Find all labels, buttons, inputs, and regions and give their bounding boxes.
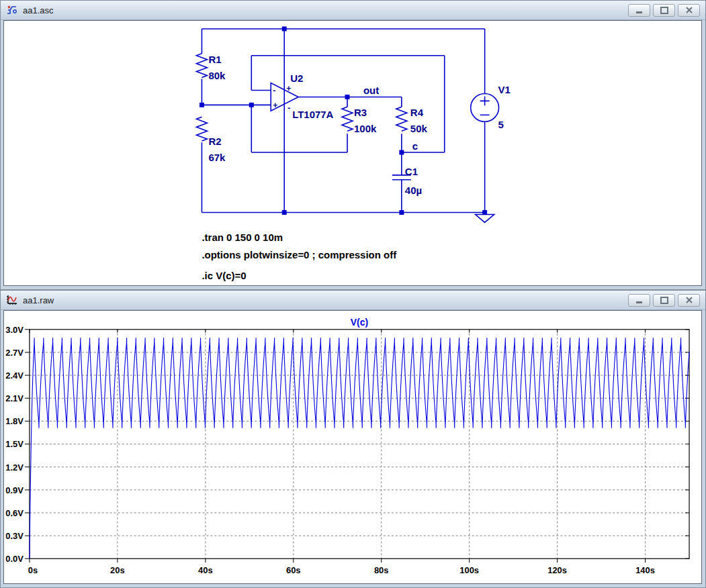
schematic-window: aa1.asc <box>0 0 706 290</box>
noninverting-input-mark: + <box>273 101 277 110</box>
resistor-R2[interactable]: R2 67k <box>196 117 226 163</box>
schematic-titlebar[interactable]: aa1.asc <box>1 1 705 20</box>
svg-text:140s: 140s <box>635 565 655 575</box>
waveform-titlebar[interactable]: aa1.raw <box>1 291 705 310</box>
schematic-drawing: R1 80k R2 67k R3 100k R4 50k <box>4 21 701 285</box>
svg-text:3.0V: 3.0V <box>5 325 24 335</box>
restore-button[interactable] <box>653 4 675 17</box>
net-label-out[interactable]: out <box>363 85 379 96</box>
ltspice-workspace: aa1.asc <box>0 0 706 588</box>
component-ref[interactable]: R4 <box>410 107 424 118</box>
wires[interactable] <box>202 29 484 213</box>
component-value[interactable]: 67k <box>208 152 226 163</box>
svg-text:60s: 60s <box>286 565 301 575</box>
close-icon <box>686 7 693 13</box>
svg-text:0.6V: 0.6V <box>5 508 24 518</box>
svg-text:0.3V: 0.3V <box>5 531 24 541</box>
minimize-icon <box>636 11 642 13</box>
component-value[interactable]: LT1077A <box>292 109 333 120</box>
schematic-file-icon <box>6 4 18 16</box>
waveform-window: aa1.raw V(c) 0s20s40s60s80s100s120s140s0… <box>0 290 706 588</box>
component-ref[interactable]: C1 <box>405 166 418 177</box>
restore-button[interactable] <box>653 294 675 307</box>
svg-text:1.5V: 1.5V <box>5 440 24 450</box>
inverting-input-mark: - <box>273 86 275 95</box>
svg-text:0.0V: 0.0V <box>5 554 24 564</box>
svg-text:2.7V: 2.7V <box>5 348 24 358</box>
capacitor-C1[interactable]: C1 40µ <box>392 166 422 196</box>
close-button[interactable] <box>678 4 700 17</box>
minimize-icon <box>636 301 642 303</box>
component-ref[interactable]: R3 <box>354 107 367 118</box>
junctions <box>200 26 487 215</box>
component-value[interactable]: 80k <box>208 70 226 81</box>
schematic-canvas[interactable]: R1 80k R2 67k R3 100k R4 50k <box>3 20 702 286</box>
waveform-plot: V(c) 0s20s40s60s80s100s120s140s0.0V0.3V0… <box>4 311 701 583</box>
plot-title[interactable]: V(c) <box>351 317 368 328</box>
component-value[interactable]: 50k <box>410 123 428 134</box>
component-value[interactable]: 100k <box>354 123 377 134</box>
component-value[interactable]: 5 <box>498 119 504 130</box>
schematic-window-title: aa1.asc <box>23 5 54 15</box>
svg-text:120s: 120s <box>547 565 567 575</box>
svg-text:1.2V: 1.2V <box>5 462 24 473</box>
svg-text:2.4V: 2.4V <box>5 371 24 381</box>
svg-text:1.8V: 1.8V <box>5 416 24 426</box>
restore-icon <box>660 297 668 304</box>
component-ref[interactable]: U2 <box>290 72 303 84</box>
close-button[interactable] <box>678 294 700 307</box>
directive-ic[interactable]: .ic V(c)=0 <box>202 270 246 281</box>
svg-text:20s: 20s <box>110 565 125 575</box>
svg-text:2.1V: 2.1V <box>5 393 24 403</box>
resistor-R1[interactable]: R1 80k <box>196 54 226 81</box>
component-ref[interactable]: R2 <box>208 136 221 147</box>
component-ref[interactable]: R1 <box>208 54 221 65</box>
vplus-pin-mark: + <box>286 84 291 93</box>
component-value[interactable]: 40µ <box>405 185 422 196</box>
svg-text:80s: 80s <box>374 565 389 575</box>
plot-gridlines <box>30 330 689 558</box>
vminus-pin-mark: - <box>288 103 290 113</box>
close-icon <box>686 297 693 303</box>
plot-area[interactable]: V(c) 0s20s40s60s80s100s120s140s0.0V0.3V0… <box>3 310 702 584</box>
svg-text:0s: 0s <box>28 565 38 575</box>
opamp-U2[interactable]: - + + - U2 LT1077A <box>271 72 333 121</box>
waveform-file-icon <box>6 294 18 306</box>
directive-tran[interactable]: .tran 0 150 0 10m <box>202 232 283 243</box>
voltage-source-V1[interactable]: V1 5 <box>471 84 511 130</box>
minimize-button[interactable] <box>628 4 650 17</box>
minimize-button[interactable] <box>628 294 650 307</box>
net-label-c[interactable]: c <box>412 140 418 152</box>
svg-text:0.9V: 0.9V <box>5 485 24 495</box>
component-ref[interactable]: V1 <box>498 84 511 95</box>
svg-text:100s: 100s <box>459 565 479 575</box>
ground-symbol[interactable] <box>476 215 494 223</box>
waveform-window-title: aa1.raw <box>23 295 54 305</box>
restore-icon <box>660 7 668 14</box>
resistor-R3[interactable]: R3 100k <box>342 107 377 134</box>
trace-vc <box>30 338 689 558</box>
svg-text:40s: 40s <box>198 565 213 575</box>
directive-options[interactable]: .options plotwinsize=0 ; compression off <box>202 249 396 260</box>
resistor-R4[interactable]: R4 50k <box>396 107 428 134</box>
